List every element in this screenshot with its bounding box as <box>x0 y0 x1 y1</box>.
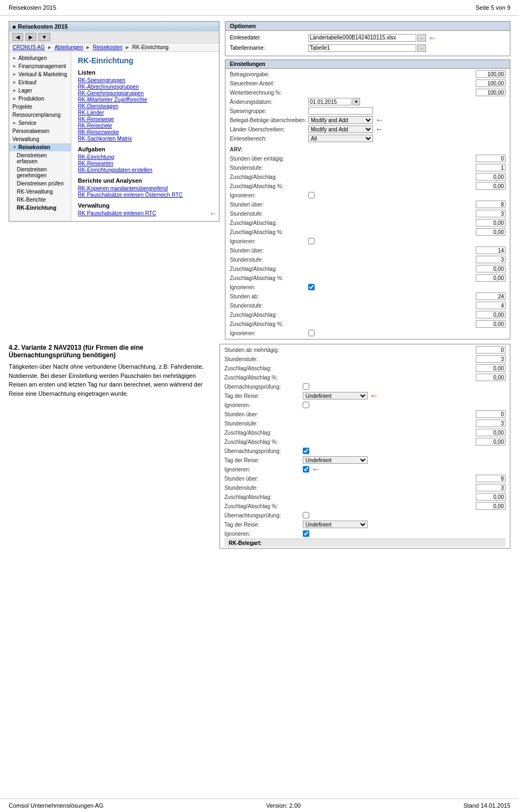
tabellenname-btn[interactable]: ... <box>417 44 426 52</box>
sidebar-item-erfassen[interactable]: Dienstreisen erfassen <box>9 151 71 165</box>
nav-link-reisearten[interactable]: RK-Reisearten <box>78 161 212 167</box>
sidebar-item-genehmigen[interactable]: Dienstreisen genehmigen <box>9 165 71 179</box>
zuschlagp-4-input[interactable] <box>476 320 505 328</box>
sidebar-item-projekte[interactable]: Projekte <box>9 103 71 111</box>
sidebar-item-einkauf[interactable]: ►Einkauf <box>9 78 71 86</box>
belegat-select[interactable]: Modify and Add <box>308 116 373 124</box>
nav-link-kopieren[interactable]: RK-Kopieren mandantenübergreifend <box>78 185 212 191</box>
ignorieren-last-cb[interactable] <box>303 530 309 537</box>
stunden-ueber-b-input[interactable] <box>476 475 505 482</box>
tag-reise-1-select[interactable]: Undefiniert <box>303 392 368 400</box>
uebernachtpruef-m-label: Übernachtungsprüfung: <box>224 384 303 390</box>
sidebar-item-reisekosten[interactable]: ▼Reisekosten <box>9 143 71 151</box>
stunden-ueber-a-input[interactable] <box>476 410 505 418</box>
ignorieren-4-cb[interactable] <box>308 330 315 336</box>
einlesedatei-btn[interactable]: ... <box>417 34 426 42</box>
steuerfreier-input[interactable] <box>476 79 505 87</box>
uebernachtpruef-m-cb[interactable] <box>303 383 309 390</box>
nav-fwd-btn[interactable]: ▶ <box>25 33 36 41</box>
stunden-ueber-3-label: Stunden über: <box>230 248 308 254</box>
stunden-ueber-3-input[interactable] <box>476 247 505 254</box>
zuschlagp-3-input[interactable] <box>476 274 505 282</box>
belegat-value: Modify and Add ← <box>308 116 505 124</box>
nav-back-btn[interactable]: ◀ <box>12 33 23 41</box>
nav-link-einrichtungsdaten[interactable]: RK-Einrichtungsdaten erstellen <box>78 167 212 173</box>
aenderungsdatum-btn[interactable]: ▼ <box>352 98 360 105</box>
zuschlag-a-input[interactable] <box>476 429 505 436</box>
nav-link-rkeinrichtung[interactable]: RK-Einrichtung <box>78 154 212 160</box>
nav-link-reiseziele[interactable]: RK-Reiseziele <box>78 123 212 129</box>
ignorieren-a-cb[interactable] <box>303 402 309 408</box>
laender-ueberschreiben-select[interactable]: Modify and Add <box>308 125 373 133</box>
nav-link-laender[interactable]: RK-Länder <box>78 110 212 116</box>
zuschlagp-a-input[interactable] <box>476 438 505 445</box>
zuschlag-4-input[interactable] <box>476 311 505 318</box>
sidebar-item-pruefen[interactable]: Dienstreisen prüfen <box>9 179 71 188</box>
sidebar-item-personal[interactable]: Personalwesen <box>9 127 71 135</box>
zuschlag-2-input[interactable] <box>476 219 505 227</box>
stundenstufe-b-input[interactable] <box>476 484 505 491</box>
ignorieren-3-cb[interactable] <box>308 284 315 290</box>
nav-link-reisezwecke[interactable]: RK-Reisezwecke <box>78 129 212 135</box>
nav-link-sachkonten[interactable]: RK-Sachkonten Matrix <box>78 136 212 142</box>
sidebar-item-rkeinrichtung[interactable]: RK-Einrichtung <box>9 204 71 212</box>
uebernachtpruef-b-cb[interactable] <box>303 512 309 518</box>
stunden-ueber-2-input[interactable] <box>476 201 505 208</box>
nav-link-reisewege[interactable]: RK-Reisewege <box>78 116 212 122</box>
stundenstufe-a-input[interactable] <box>476 420 505 427</box>
uebernachtpruef-a-cb[interactable] <box>303 448 309 454</box>
nav-link-abrechnungsgruppen[interactable]: RK-Abrechnungsgruppen <box>78 84 212 90</box>
nav-link-genehmigungsgruppen[interactable]: RK-Genehmigungsgruppen <box>78 90 212 96</box>
weiterberechnung-input[interactable] <box>476 89 505 96</box>
stunden-ab-mehrtag-input[interactable] <box>476 346 505 354</box>
stunden-ueber-b-label: Stunden über: <box>224 476 303 482</box>
sidebar-item-verkauf[interactable]: ►Verkauf & Marketing <box>9 70 71 78</box>
aenderungsdatum-input[interactable] <box>308 98 351 105</box>
sidebar-item-ressourcen[interactable]: Ressourcenplanung <box>9 111 71 119</box>
tabellenname-input[interactable] <box>308 44 416 52</box>
stundenstufe-4-input[interactable] <box>476 302 505 309</box>
nav-down-btn[interactable]: ▼ <box>38 33 50 41</box>
sidebar-item-rkverwaltung[interactable]: RK-Verwaltung <box>9 188 71 196</box>
betragsvorgabe-input[interactable] <box>476 70 505 78</box>
zuschlag-b-input[interactable] <box>476 493 505 501</box>
sidebar-item-finanz[interactable]: ►Finanzmanagement <box>9 62 71 70</box>
einlesebereich-select[interactable]: All <box>308 135 373 142</box>
ignorieren-b-cb[interactable] <box>303 466 309 472</box>
ignorieren-1-cb[interactable] <box>308 192 315 198</box>
zuschlagp-2-value <box>308 228 505 236</box>
sidebar-item-service[interactable]: ►Service <box>9 119 71 127</box>
ignorieren-2-cb[interactable] <box>308 238 315 244</box>
einlesedatei-input[interactable] <box>308 34 416 42</box>
breadcrumb-item-3[interactable]: Reisekosten <box>93 44 123 50</box>
zuschlag-1-input[interactable] <box>476 173 505 181</box>
zuschlagp-b-input[interactable] <box>476 502 505 510</box>
zuschlagp-m-input[interactable] <box>476 374 505 381</box>
nav-link-spesengruppen[interactable]: RK-Spesengruppen <box>78 77 212 83</box>
stunden-eintagig-input[interactable] <box>476 155 505 162</box>
zuschlagp-1-input[interactable] <box>476 182 505 190</box>
tag-reise-2-select[interactable]: Undefiniert <box>303 456 368 464</box>
zuschlagp-2-input[interactable] <box>476 228 505 236</box>
sidebar-item-produktion[interactable]: ►Produktion <box>9 95 71 103</box>
stunden-ab-input[interactable] <box>476 292 505 300</box>
stundenstufe-1-input[interactable] <box>476 164 505 171</box>
nav-link-dienstwagen[interactable]: RK-Dienstwagen <box>78 103 212 109</box>
stundenstufe-m-input[interactable] <box>476 355 505 363</box>
breadcrumb-item-1[interactable]: CRONUS AG <box>12 44 45 50</box>
stundenstufe-b-row: Stundenstufe: <box>224 483 505 492</box>
sidebar-item-verwaltung[interactable]: Verwaltung <box>9 135 71 143</box>
tag-reise-3-select[interactable]: Undefiniert <box>303 521 368 528</box>
sidebar-item-abteilungen[interactable]: ►Abteilungen <box>9 54 71 62</box>
zuschlag-3-input[interactable] <box>476 265 505 272</box>
stundenstufe-3-input[interactable] <box>476 256 505 263</box>
zuschlag-m-input[interactable] <box>476 364 505 372</box>
sidebar-item-rkberichte[interactable]: RK-Berichte <box>9 196 71 204</box>
spesengruppe-input[interactable] <box>308 107 373 115</box>
breadcrumb-item-2[interactable]: Abteilungen <box>55 44 83 50</box>
stundenstufe-2-input[interactable] <box>476 210 505 217</box>
nav-link-zugriffsrechte[interactable]: RK-Mitarbeiter Zugriffsrechte <box>78 97 212 103</box>
nav-link-pauschaloesterreich[interactable]: RK Pauschalsätze einlesen Österreich RTC <box>78 192 212 198</box>
nav-link-pauschalsaetze[interactable]: RK Pauschalsätze einlesen RTC ← <box>78 210 212 216</box>
sidebar-item-lager[interactable]: ►Lager <box>9 86 71 95</box>
